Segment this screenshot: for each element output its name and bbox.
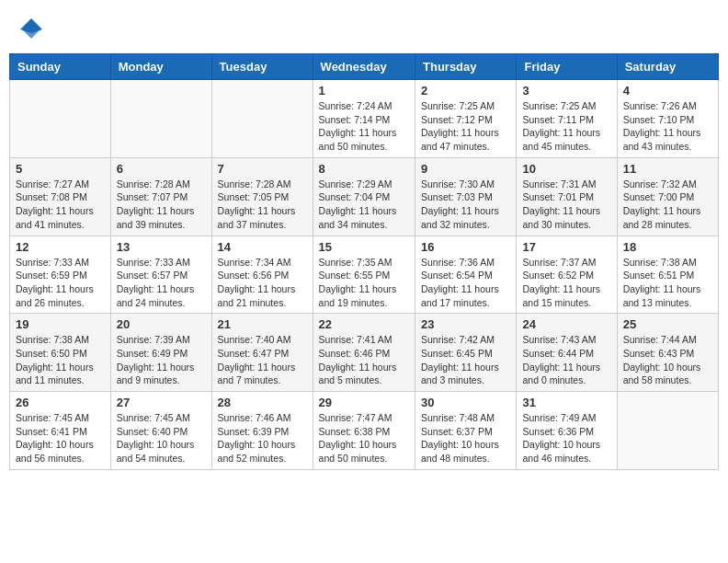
calendar-week-row: 1Sunrise: 7:24 AM Sunset: 7:14 PM Daylig… xyxy=(10,80,719,158)
day-info: Sunrise: 7:48 AM Sunset: 6:37 PM Dayligh… xyxy=(421,411,510,465)
day-info: Sunrise: 7:45 AM Sunset: 6:40 PM Dayligh… xyxy=(117,411,206,465)
day-number: 25 xyxy=(623,317,712,331)
day-info: Sunrise: 7:41 AM Sunset: 6:46 PM Dayligh… xyxy=(319,333,409,387)
day-info: Sunrise: 7:25 AM Sunset: 7:12 PM Dayligh… xyxy=(421,99,510,154)
day-info: Sunrise: 7:27 AM Sunset: 7:08 PM Dayligh… xyxy=(16,178,105,232)
day-info: Sunrise: 7:33 AM Sunset: 6:59 PM Dayligh… xyxy=(16,256,105,310)
calendar-day-header: Wednesday xyxy=(313,54,415,80)
day-number: 5 xyxy=(16,162,105,176)
day-number: 8 xyxy=(319,162,409,176)
calendar-cell: 3Sunrise: 7:25 AM Sunset: 7:11 PM Daylig… xyxy=(517,80,617,158)
calendar-cell: 30Sunrise: 7:48 AM Sunset: 6:37 PM Dayli… xyxy=(415,392,517,470)
calendar-cell: 2Sunrise: 7:25 AM Sunset: 7:12 PM Daylig… xyxy=(415,80,517,158)
day-info: Sunrise: 7:38 AM Sunset: 6:50 PM Dayligh… xyxy=(16,333,105,387)
calendar-cell: 10Sunrise: 7:31 AM Sunset: 7:01 PM Dayli… xyxy=(517,157,617,236)
day-info: Sunrise: 7:33 AM Sunset: 6:57 PM Dayligh… xyxy=(117,256,206,310)
calendar-cell xyxy=(211,80,313,158)
day-number: 15 xyxy=(319,240,409,254)
day-info: Sunrise: 7:29 AM Sunset: 7:04 PM Dayligh… xyxy=(319,178,409,232)
day-number: 12 xyxy=(16,240,105,254)
calendar-week-row: 12Sunrise: 7:33 AM Sunset: 6:59 PM Dayli… xyxy=(10,236,719,314)
day-info: Sunrise: 7:26 AM Sunset: 7:10 PM Dayligh… xyxy=(623,99,712,154)
calendar-cell: 9Sunrise: 7:30 AM Sunset: 7:03 PM Daylig… xyxy=(415,157,517,236)
day-info: Sunrise: 7:32 AM Sunset: 7:00 PM Dayligh… xyxy=(623,178,712,232)
calendar-cell: 14Sunrise: 7:34 AM Sunset: 6:56 PM Dayli… xyxy=(211,236,313,314)
day-number: 19 xyxy=(16,317,105,331)
day-info: Sunrise: 7:40 AM Sunset: 6:47 PM Dayligh… xyxy=(218,333,307,387)
calendar-cell: 16Sunrise: 7:36 AM Sunset: 6:54 PM Dayli… xyxy=(415,236,517,314)
day-number: 31 xyxy=(522,396,610,409)
day-info: Sunrise: 7:47 AM Sunset: 6:38 PM Dayligh… xyxy=(319,411,409,465)
day-number: 9 xyxy=(421,162,510,176)
calendar-cell: 29Sunrise: 7:47 AM Sunset: 6:38 PM Dayli… xyxy=(313,392,415,470)
day-info: Sunrise: 7:28 AM Sunset: 7:07 PM Dayligh… xyxy=(117,178,206,232)
day-number: 28 xyxy=(218,396,307,409)
day-number: 14 xyxy=(218,240,307,254)
day-number: 17 xyxy=(522,240,610,254)
calendar-week-row: 19Sunrise: 7:38 AM Sunset: 6:50 PM Dayli… xyxy=(10,314,719,392)
calendar-table: SundayMondayTuesdayWednesdayThursdayFrid… xyxy=(9,53,719,470)
calendar-cell: 6Sunrise: 7:28 AM Sunset: 7:07 PM Daylig… xyxy=(110,157,211,236)
calendar-cell xyxy=(617,392,718,470)
day-number: 24 xyxy=(522,317,610,331)
calendar-day-header: Monday xyxy=(110,54,211,80)
day-number: 1 xyxy=(319,84,409,98)
day-info: Sunrise: 7:25 AM Sunset: 7:11 PM Dayligh… xyxy=(522,99,610,154)
calendar-day-header: Thursday xyxy=(415,54,517,80)
calendar-cell: 19Sunrise: 7:38 AM Sunset: 6:50 PM Dayli… xyxy=(10,314,111,392)
day-number: 22 xyxy=(319,317,409,331)
calendar-cell: 5Sunrise: 7:27 AM Sunset: 7:08 PM Daylig… xyxy=(10,157,111,236)
calendar-cell: 28Sunrise: 7:46 AM Sunset: 6:39 PM Dayli… xyxy=(211,392,313,470)
calendar-cell: 18Sunrise: 7:38 AM Sunset: 6:51 PM Dayli… xyxy=(617,236,718,314)
day-number: 23 xyxy=(421,317,510,331)
calendar-cell: 22Sunrise: 7:41 AM Sunset: 6:46 PM Dayli… xyxy=(313,314,415,392)
calendar-cell: 25Sunrise: 7:44 AM Sunset: 6:43 PM Dayli… xyxy=(617,314,718,392)
day-info: Sunrise: 7:42 AM Sunset: 6:45 PM Dayligh… xyxy=(421,333,510,387)
calendar-cell: 7Sunrise: 7:28 AM Sunset: 7:05 PM Daylig… xyxy=(211,157,313,236)
day-number: 30 xyxy=(421,396,510,409)
day-info: Sunrise: 7:39 AM Sunset: 6:49 PM Dayligh… xyxy=(117,333,206,387)
day-info: Sunrise: 7:45 AM Sunset: 6:41 PM Dayligh… xyxy=(16,411,105,465)
day-info: Sunrise: 7:36 AM Sunset: 6:54 PM Dayligh… xyxy=(421,256,510,310)
day-number: 3 xyxy=(522,84,610,98)
day-number: 29 xyxy=(319,396,409,409)
calendar-cell: 12Sunrise: 7:33 AM Sunset: 6:59 PM Dayli… xyxy=(10,236,111,314)
day-info: Sunrise: 7:43 AM Sunset: 6:44 PM Dayligh… xyxy=(522,333,610,387)
day-info: Sunrise: 7:34 AM Sunset: 6:56 PM Dayligh… xyxy=(218,256,307,310)
day-number: 7 xyxy=(218,162,307,176)
day-number: 11 xyxy=(623,162,712,176)
day-info: Sunrise: 7:35 AM Sunset: 6:55 PM Dayligh… xyxy=(319,256,409,310)
day-number: 10 xyxy=(522,162,610,176)
calendar-week-row: 26Sunrise: 7:45 AM Sunset: 6:41 PM Dayli… xyxy=(10,392,719,470)
calendar-day-header: Saturday xyxy=(617,54,718,80)
calendar-cell: 15Sunrise: 7:35 AM Sunset: 6:55 PM Dayli… xyxy=(313,236,415,314)
calendar-cell: 27Sunrise: 7:45 AM Sunset: 6:40 PM Dayli… xyxy=(110,392,211,470)
calendar-day-header: Tuesday xyxy=(211,54,313,80)
calendar-cell: 13Sunrise: 7:33 AM Sunset: 6:57 PM Dayli… xyxy=(110,236,211,314)
calendar-cell: 26Sunrise: 7:45 AM Sunset: 6:41 PM Dayli… xyxy=(10,392,111,470)
day-number: 21 xyxy=(218,317,307,331)
day-info: Sunrise: 7:31 AM Sunset: 7:01 PM Dayligh… xyxy=(522,178,610,232)
page-header xyxy=(9,9,719,46)
calendar-cell: 17Sunrise: 7:37 AM Sunset: 6:52 PM Dayli… xyxy=(517,236,617,314)
day-number: 27 xyxy=(117,396,206,409)
day-info: Sunrise: 7:30 AM Sunset: 7:03 PM Dayligh… xyxy=(421,178,510,232)
day-info: Sunrise: 7:37 AM Sunset: 6:52 PM Dayligh… xyxy=(522,256,610,310)
calendar-cell xyxy=(10,80,111,158)
calendar-day-header: Sunday xyxy=(10,54,111,80)
day-number: 16 xyxy=(421,240,510,254)
calendar-cell: 4Sunrise: 7:26 AM Sunset: 7:10 PM Daylig… xyxy=(617,80,718,158)
day-number: 6 xyxy=(117,162,206,176)
day-info: Sunrise: 7:49 AM Sunset: 6:36 PM Dayligh… xyxy=(522,411,610,465)
calendar-cell: 1Sunrise: 7:24 AM Sunset: 7:14 PM Daylig… xyxy=(313,80,415,158)
calendar-week-row: 5Sunrise: 7:27 AM Sunset: 7:08 PM Daylig… xyxy=(10,157,719,236)
day-number: 13 xyxy=(117,240,206,254)
calendar-cell: 8Sunrise: 7:29 AM Sunset: 7:04 PM Daylig… xyxy=(313,157,415,236)
day-number: 20 xyxy=(117,317,206,331)
day-number: 2 xyxy=(421,84,510,98)
day-number: 4 xyxy=(623,84,712,98)
calendar-cell: 31Sunrise: 7:49 AM Sunset: 6:36 PM Dayli… xyxy=(517,392,617,470)
day-number: 18 xyxy=(623,240,712,254)
calendar-cell: 20Sunrise: 7:39 AM Sunset: 6:49 PM Dayli… xyxy=(110,314,211,392)
calendar-cell: 21Sunrise: 7:40 AM Sunset: 6:47 PM Dayli… xyxy=(211,314,313,392)
